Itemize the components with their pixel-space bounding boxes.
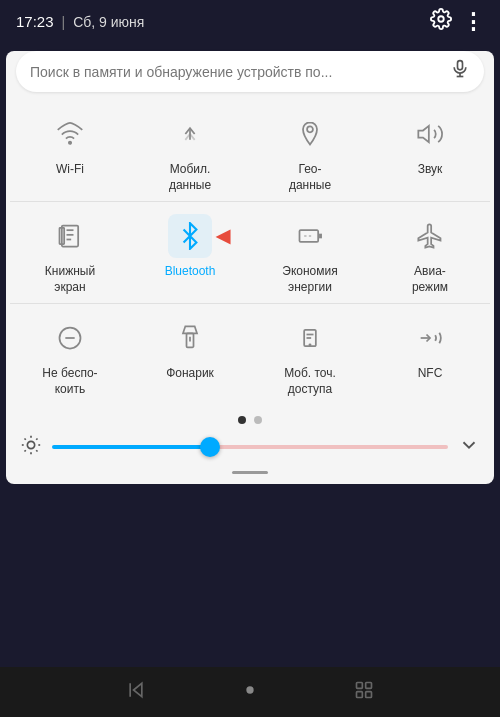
wifi-icon-wrap [48, 112, 92, 156]
brightness-track[interactable] [52, 445, 448, 449]
nfc-icon [416, 324, 444, 352]
more-icon[interactable]: ⋮ [462, 9, 484, 35]
nfc-label: NFC [418, 366, 443, 382]
svg-point-6 [307, 126, 313, 132]
power-save-label: Экономияэнергии [282, 264, 337, 295]
sound-icon [416, 120, 444, 148]
svg-line-31 [36, 438, 37, 439]
svg-point-23 [27, 441, 34, 448]
dnd-label: Не беспо-коить [42, 366, 97, 397]
svg-rect-13 [300, 230, 319, 242]
hotspot-icon-wrap [288, 316, 332, 360]
mobile-data-label: Мобил.данные [169, 162, 211, 193]
status-bar: 17:23 | Сб, 9 июня ⋮ [0, 0, 500, 43]
page-dots [6, 406, 494, 428]
tiles-grid: Wi-Fi Мобил.данные Гео-данные [6, 100, 494, 406]
dnd-icon-wrap [48, 316, 92, 360]
tile-bluetooth[interactable]: ◀ Bluetooth [130, 202, 250, 304]
svg-rect-37 [356, 691, 362, 697]
tile-wifi[interactable]: Wi-Fi [10, 100, 130, 202]
mobile-data-icon-wrap [168, 112, 212, 156]
nfc-icon-wrap [408, 316, 452, 360]
book-screen-icon [56, 222, 84, 250]
dot-2[interactable] [254, 416, 262, 424]
tile-airplane[interactable]: Авиа-режим [370, 202, 490, 304]
nav-back-icon[interactable] [126, 680, 146, 705]
wifi-label: Wi-Fi [56, 162, 84, 178]
mic-icon[interactable] [450, 59, 470, 84]
wifi-icon [56, 120, 84, 148]
chevron-down-icon[interactable] [458, 434, 480, 461]
book-screen-label: Книжныйэкран [45, 264, 95, 295]
bluetooth-icon [176, 222, 204, 250]
brightness-thumb[interactable] [200, 437, 220, 457]
svg-line-30 [24, 450, 25, 451]
bluetooth-label: Bluetooth [165, 264, 216, 280]
mobile-data-icon [176, 120, 204, 148]
svg-rect-1 [458, 61, 463, 70]
flashlight-label: Фонарик [166, 366, 214, 382]
airplane-icon-wrap [408, 214, 452, 258]
flashlight-icon-wrap [168, 316, 212, 360]
handle-line [6, 467, 494, 476]
status-time: 17:23 [16, 13, 54, 30]
brightness-row [6, 428, 494, 467]
tile-flashlight[interactable]: Фонарик [130, 304, 250, 405]
dnd-icon [56, 324, 84, 352]
tile-power-save[interactable]: Экономияэнергии [250, 202, 370, 304]
svg-rect-38 [365, 691, 371, 697]
tile-dnd[interactable]: Не беспо-коить [10, 304, 130, 405]
svg-point-34 [246, 686, 253, 693]
status-divider: | [62, 14, 66, 30]
geo-icon [296, 120, 324, 148]
svg-point-0 [438, 16, 444, 22]
svg-line-29 [36, 450, 37, 451]
power-save-icon [296, 222, 324, 250]
svg-marker-7 [418, 126, 429, 142]
status-date: Сб, 9 июня [73, 14, 144, 30]
geo-icon-wrap [288, 112, 332, 156]
hotspot-label: Моб. точ.доступа [284, 366, 336, 397]
airplane-icon [416, 222, 444, 250]
sound-label: Звук [418, 162, 443, 178]
status-left: 17:23 | Сб, 9 июня [16, 13, 144, 30]
flashlight-icon [176, 324, 204, 352]
bluetooth-arrow-icon: ◀ [216, 225, 230, 247]
hotspot-icon [296, 324, 324, 352]
dot-1[interactable] [238, 416, 246, 424]
svg-rect-36 [365, 682, 371, 688]
power-save-icon-wrap [288, 214, 332, 258]
bottom-nav [0, 667, 500, 717]
bluetooth-icon-wrap: ◀ [168, 214, 212, 258]
svg-rect-35 [356, 682, 362, 688]
svg-point-4 [69, 142, 71, 144]
status-right: ⋮ [430, 8, 484, 35]
nav-recent-icon[interactable] [354, 680, 374, 705]
tile-mobile-data[interactable]: Мобил.данные [130, 100, 250, 202]
search-bar[interactable] [16, 51, 484, 92]
tile-geo[interactable]: Гео-данные [250, 100, 370, 202]
geo-label: Гео-данные [289, 162, 331, 193]
tile-nfc[interactable]: NFC [370, 304, 490, 405]
search-input[interactable] [30, 64, 450, 80]
settings-icon[interactable] [430, 8, 452, 35]
sound-icon-wrap [408, 112, 452, 156]
svg-line-28 [24, 438, 25, 439]
book-screen-icon-wrap [48, 214, 92, 258]
tile-sound[interactable]: Звук [370, 100, 490, 202]
brightness-icon [20, 434, 42, 461]
tile-hotspot[interactable]: Моб. точ.доступа [250, 304, 370, 405]
airplane-label: Авиа-режим [412, 264, 448, 295]
svg-marker-32 [134, 683, 142, 696]
quick-settings-panel: Wi-Fi Мобил.данные Гео-данные [6, 51, 494, 484]
nav-home-icon[interactable] [239, 679, 261, 706]
handle-bar [232, 471, 268, 474]
tile-book-screen[interactable]: Книжныйэкран [10, 202, 130, 304]
